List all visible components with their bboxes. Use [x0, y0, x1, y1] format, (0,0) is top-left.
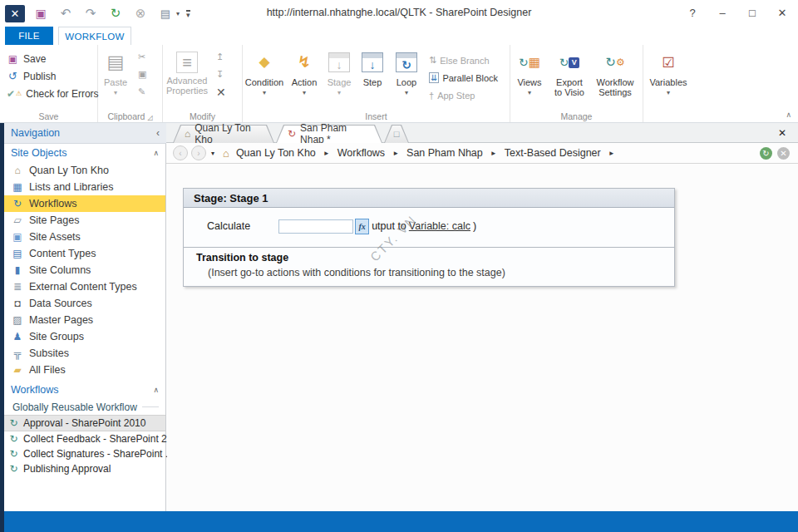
breadcrumb-item[interactable]: Quan Ly Ton Kho — [234, 147, 318, 159]
minimize-icon[interactable]: – — [712, 3, 733, 22]
sidebar-item-workflows[interactable]: ↻Workflows — [4, 195, 165, 212]
gear-icon: ⚙ — [616, 57, 625, 68]
refresh-page-icon[interactable]: ↻ — [760, 147, 772, 160]
help-icon[interactable]: ? — [682, 3, 703, 22]
sidebar-item-master-pages[interactable]: ▨Master Pages — [4, 312, 165, 328]
new-tab-button[interactable]: □ — [384, 125, 409, 143]
preview-dropdown-icon[interactable]: ▾ — [176, 10, 180, 17]
condition-button[interactable]: ◆ Condition ▾ — [243, 45, 286, 111]
title-bar: ✕ ▣ ↶ ↷ ↻ ⊗ ▤ ▾ ▾ http://internal.nhatng… — [0, 0, 798, 27]
maximize-icon[interactable]: □ — [741, 3, 763, 22]
else-branch-button: ⇅ Else Branch — [424, 52, 498, 69]
sidebar-item-subsites[interactable]: ╦Subsites — [4, 345, 165, 362]
tab-file[interactable]: FILE — [5, 27, 53, 45]
undo-icon[interactable]: ↶ — [57, 5, 75, 22]
workflow-item-approval[interactable]: ↻ Approval - SharePoint 2010 — [4, 415, 165, 431]
workflow-icon: ↻ — [11, 198, 24, 209]
workflow-item-collect-signatures[interactable]: ↻ Collect Signatures - SharePoint ... — [4, 446, 165, 461]
sidebar-item-quan-ly-ton-kho[interactable]: ⌂Quan Ly Ton Kho — [4, 162, 165, 179]
doc-tab-san-pham-nhap[interactable]: ↻ San Pham Nhap * — [276, 125, 382, 143]
breadcrumb-item[interactable]: San Pham Nhap — [405, 147, 485, 159]
section-collapse-icon[interactable]: ∧ — [153, 386, 159, 394]
forward-icon[interactable]: › — [191, 145, 206, 160]
nav-collapse-icon[interactable]: ‹ — [156, 127, 160, 139]
customize-qat-icon[interactable]: ▾ — [186, 10, 190, 17]
action-button[interactable]: ↯ Action ▾ — [286, 45, 323, 111]
sidebar-item-all-files[interactable]: ▰All Files — [4, 362, 165, 378]
home-icon: ⌂ — [185, 128, 190, 140]
site-objects-header[interactable]: Site Objects ∧ — [4, 144, 165, 162]
breadcrumb-separator-icon: ► — [321, 150, 332, 157]
history-dropdown-icon[interactable]: ▾ — [211, 150, 214, 157]
workflow-item-collect-feedback[interactable]: ↻ Collect Feedback - SharePoint 2... — [4, 431, 165, 446]
views-dropdown-icon: ▾ — [528, 89, 531, 96]
sidebar-item-data-sources[interactable]: ◘Data Sources — [4, 295, 165, 312]
group-label-insert: Insert — [243, 111, 510, 121]
workflow-settings-button[interactable]: ↻⚙ WorkflowSettings — [590, 45, 640, 111]
calculate-value-input[interactable] — [278, 219, 353, 234]
move-up-icon: ↥ — [216, 52, 224, 62]
settings-arrows-icon: ↻ — [605, 55, 616, 70]
stage-icon: ↓ — [328, 52, 350, 72]
tab-workflow[interactable]: WORKFLOW — [58, 27, 131, 46]
collapse-ribbon-icon[interactable]: ∧ — [786, 111, 791, 119]
breadcrumb-separator-icon: ► — [390, 150, 401, 157]
new-tab-icon: □ — [394, 129, 400, 139]
ribbon-group-manage: ↻▦ Views ▾ ↻V Exportto Visio ↻⚙ Workflow… — [510, 45, 643, 122]
paste-icon: ▤ — [107, 50, 125, 75]
site-groups-icon: ♟ — [11, 331, 24, 342]
format-painter-button: ✎ — [133, 83, 146, 101]
breadcrumb-item[interactable]: Text-Based Designer — [503, 147, 603, 159]
refresh-icon[interactable]: ↻ — [106, 5, 125, 22]
app-icon[interactable]: ✕ — [5, 5, 25, 22]
publish-button[interactable]: ↺ Publish — [0, 67, 97, 85]
variables-button[interactable]: ☑ Variables ▾ — [643, 45, 693, 111]
group-label-modify: Modify — [163, 111, 242, 121]
doc-tab-quan-ly-ton-kho[interactable]: ⌂ Quan Ly Ton Kho — [173, 125, 274, 143]
publish-icon: ↺ — [7, 70, 19, 82]
breadcrumb-home-icon[interactable]: ⌂ — [223, 147, 229, 160]
clipboard-launcher-icon[interactable]: ◿ — [147, 114, 152, 121]
calculate-action-row: Calculate fx utput to Variable: calc ) — [184, 217, 674, 235]
redo-icon[interactable]: ↷ — [81, 5, 100, 22]
navigation-pane: Site Objects ∧ ⌂Quan Ly Ton Kho ▦Lists a… — [4, 123, 166, 511]
master-pages-icon: ▨ — [11, 314, 24, 326]
save-button[interactable]: ▣ Save — [0, 50, 97, 67]
reusable-workflow-icon: ↻ — [7, 417, 20, 429]
stage-title: Stage: Stage 1 — [194, 192, 268, 204]
workflow-item-publishing-approval[interactable]: ↻ Publishing Approval — [4, 461, 165, 476]
workflows-section-header[interactable]: Workflows ∧ — [4, 381, 165, 399]
ribbon-group-insert: ◆ Condition ▾ ↯ Action ▾ ↓ Stage ▾ ↓ Ste… — [243, 45, 510, 122]
stop-icon[interactable]: ⊗ — [131, 5, 150, 22]
check-for-errors-button[interactable]: ✔⚠ Check for Errors — [0, 85, 97, 102]
preview-icon[interactable]: ▤ — [156, 5, 175, 22]
loop-button[interactable]: ↻ Loop ▾ — [389, 45, 424, 111]
action-dropdown-icon: ▾ — [303, 89, 306, 96]
sidebar-item-site-groups[interactable]: ♟Site Groups — [4, 328, 165, 345]
sidebar-item-content-types[interactable]: ▤Content Types — [4, 245, 165, 262]
sidebar-item-site-assets[interactable]: ▣Site Assets — [4, 229, 165, 245]
close-icon[interactable]: ✕ — [771, 3, 793, 22]
views-button[interactable]: ↻▦ Views ▾ — [510, 45, 549, 111]
paste-button: ▤ Paste ▾ — [98, 45, 133, 111]
sidebar-item-site-columns[interactable]: ▮Site Columns — [4, 262, 165, 278]
delete-button[interactable]: ✕ — [211, 83, 226, 101]
breadcrumb-item[interactable]: Workflows — [336, 147, 387, 159]
parallel-block-button[interactable]: ⇊ Parallel Block — [424, 69, 498, 86]
fx-button[interactable]: fx — [355, 219, 369, 234]
advanced-properties-icon: ≡ — [176, 52, 198, 73]
back-icon[interactable]: ‹ — [173, 145, 188, 160]
sidebar-item-external-content-types[interactable]: ≣External Content Types — [4, 278, 165, 295]
export-arrows-icon: ↻ — [559, 56, 569, 69]
ribbon-group-clipboard: ▤ Paste ▾ ✂ ▣ ✎ Clipboard◿ — [98, 45, 163, 122]
step-button[interactable]: ↓ Step — [356, 45, 389, 111]
sidebar-item-site-pages[interactable]: ▱Site Pages — [4, 212, 165, 229]
save-icon[interactable]: ▣ — [32, 5, 50, 22]
sidebar-item-lists-and-libraries[interactable]: ▦Lists and Libraries — [4, 179, 165, 195]
save-icon: ▣ — [7, 53, 19, 65]
reusable-workflow-icon: ↻ — [7, 448, 20, 460]
section-collapse-icon[interactable]: ∧ — [153, 149, 159, 157]
export-to-visio-button[interactable]: ↻V Exportto Visio — [549, 45, 590, 111]
close-page-icon[interactable]: ✕ — [777, 147, 790, 160]
close-tab-icon[interactable]: ✕ — [778, 127, 786, 139]
